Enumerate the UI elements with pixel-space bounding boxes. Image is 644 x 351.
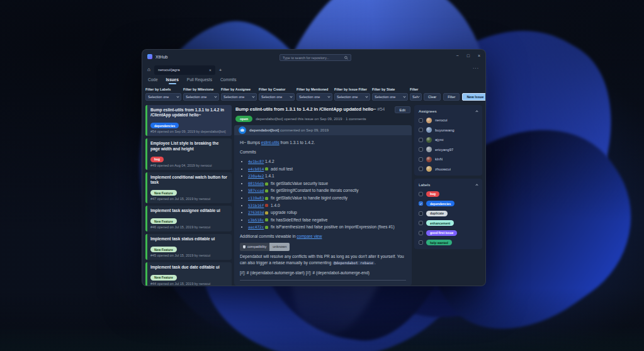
avatar — [426, 147, 432, 152]
compare-view-link[interactable]: compare view — [297, 234, 322, 238]
filter-group-label: Filter by Assignee — [221, 87, 257, 91]
commit-hash-link[interactable]: 4e1bc87 — [248, 159, 264, 164]
issue-list-item[interactable]: Implement task status editable ui New Fe… — [145, 234, 232, 260]
issue-list-item[interactable]: Implement task due date editable ui New … — [145, 262, 232, 286]
maximize-button[interactable]: □ — [467, 52, 470, 60]
commits-list: 4e1bc87 1.4.2 e4cb014 add null test 230a… — [248, 159, 406, 230]
label-checkbox[interactable] — [419, 231, 423, 235]
label-checkbox[interactable] — [419, 240, 423, 245]
nav-tab[interactable]: Commits — [220, 77, 237, 84]
chevron-down-icon — [403, 95, 405, 98]
assignee-name: ajyxc — [435, 138, 444, 142]
filter-select[interactable]: Selection one — [183, 93, 219, 101]
assignees-title: Assignees — [419, 109, 437, 113]
label-row: duplicate — [419, 211, 478, 216]
commit-message: fix isParenthesized had false positive o… — [269, 225, 394, 229]
commit-hash-link[interactable]: 587ccad — [248, 188, 264, 192]
eslint-utils-link[interactable]: eslint-utils — [261, 140, 280, 145]
commit-message: 1.4.1 — [264, 174, 274, 178]
assignee-name: nerocui — [435, 118, 448, 122]
commit-item: 08156db fix getStaticValue security issu… — [248, 181, 406, 187]
commit-hash-link[interactable]: 08156db — [248, 181, 264, 186]
label-checkbox[interactable] — [419, 201, 423, 206]
assignee-checkbox[interactable] — [419, 147, 423, 152]
issue-list-item[interactable]: Employee List style is breaking the page… — [145, 138, 232, 169]
filter-select[interactable]: Selection one — [145, 93, 181, 101]
issue-item-title: Implement task assignee editable ui — [150, 208, 228, 213]
labels-panel: Labels bug dependencies duplicate enhanc… — [414, 179, 482, 249]
filter-bar: Filter by Labels Selection one Filter by… — [142, 87, 485, 103]
commit-message: upgrade rollup — [269, 210, 297, 214]
commit-hash-link[interactable]: c3b518c — [248, 218, 264, 222]
new-issue-button[interactable]: New Issue — [462, 93, 486, 101]
assignee-checkbox[interactable] — [419, 138, 423, 142]
assignee-name: buyunwang — [435, 128, 455, 132]
issue-label-pill: New Feature — [150, 275, 177, 281]
comment-body: Hi~ Bumps eslint-utils from 1.3.1 to 1.4… — [234, 135, 412, 286]
repository-tab[interactable]: nerocui/jagra × — [154, 65, 215, 75]
home-icon[interactable]: ⌂ — [147, 67, 150, 73]
filter-select[interactable]: Selection one — [334, 93, 370, 101]
commit-hash-link[interactable]: 276303d — [248, 210, 264, 214]
filter-select-value: Selection one — [223, 95, 244, 99]
filter-select[interactable]: Selection one — [372, 93, 408, 101]
commit-hash-link[interactable]: e4cb014 — [248, 167, 264, 171]
issue-list-item[interactable]: Implement task assignee editable ui New … — [145, 206, 232, 231]
app-window: XtHub Type to search for repository... −… — [142, 49, 486, 286]
commit-emoji-icon — [265, 197, 268, 200]
nav-tab[interactable]: Pull Requests — [187, 77, 212, 84]
label-checkbox[interactable] — [419, 221, 423, 225]
commit-hash-link[interactable]: c119e83 — [248, 196, 264, 200]
issue-list-item[interactable]: Implement conditional watch button for t… — [145, 172, 232, 203]
repository-search-input[interactable]: Type to search for repository... — [280, 54, 351, 61]
apply-filter-button[interactable]: Filter — [443, 93, 460, 101]
issue-item-title: Implement conditional watch button for t… — [150, 175, 228, 186]
chevron-down-icon — [176, 95, 179, 98]
filter-select[interactable]: Selection one — [221, 93, 257, 101]
assignee-checkbox[interactable] — [419, 128, 423, 132]
close-button[interactable]: × — [478, 52, 480, 60]
commit-hash-link[interactable]: 531b16f — [248, 203, 264, 208]
filter-group: Filter by Mentioned Selection one — [297, 87, 332, 101]
edit-issue-button[interactable]: Edit — [395, 106, 410, 113]
issue-detail: Bump eslint-utils from 1.3.1 to 1.4.2 in… — [234, 105, 412, 286]
minimize-button[interactable]: − — [456, 52, 459, 60]
commit-message: fix getStaticValue to handle bigint corr… — [269, 196, 347, 200]
assignees-panel: Assignees nerocui buyunwang ajyxc ericya… — [414, 105, 482, 176]
commit-emoji-icon — [265, 218, 268, 221]
titlebar: XtHub Type to search for repository... −… — [142, 50, 485, 64]
filter-select[interactable]: Selection one — [259, 93, 295, 101]
window-controls: − □ × — [456, 52, 480, 60]
comment-header: dependabot[bot] commented on Sep 09, 201… — [234, 125, 412, 135]
content-area: Bump eslint-utils from 1.3.1 to 1.4.2 in… — [142, 103, 485, 286]
label-pill: duplicate — [426, 211, 448, 216]
assignees-header[interactable]: Assignees — [419, 109, 478, 113]
label-row: help wanted — [419, 240, 478, 245]
nav-tab[interactable]: Code — [148, 77, 158, 84]
new-tab-button[interactable]: + — [219, 67, 222, 73]
assignee-row: zhuowcui — [419, 166, 478, 172]
filter-group-label: Filter by Creator — [259, 87, 295, 91]
label-checkbox[interactable] — [419, 192, 423, 196]
commit-hash-link[interactable]: 230a4e2 — [248, 174, 264, 178]
filter-select[interactable]: Sel — [410, 93, 422, 101]
more-button[interactable]: ··· — [473, 66, 479, 70]
issue-item-meta: #44 opened on Jul 15, 2019 by nerocui — [150, 282, 228, 286]
assignee-checkbox[interactable] — [419, 167, 423, 171]
label-checkbox[interactable] — [419, 211, 423, 216]
search-icon — [344, 56, 348, 60]
rebase-paragraph: Dependabot will resolve any conflicts wi… — [240, 254, 406, 266]
issue-list-item[interactable]: Bump eslint-utils from 1.3.1 to 1.4.2 in… — [145, 105, 232, 136]
assignee-checkbox[interactable] — [419, 157, 423, 162]
filter-select[interactable]: Selection one — [297, 93, 332, 101]
tab-close-icon[interactable]: × — [209, 68, 212, 72]
labels-header[interactable]: Labels — [419, 182, 478, 187]
issue-list: Bump eslint-utils from 1.3.1 to 1.4.2 in… — [145, 105, 232, 286]
nav-tab[interactable]: Issues — [166, 77, 179, 84]
avatar — [426, 166, 432, 172]
assignee-checkbox[interactable] — [419, 118, 423, 123]
chevron-down-icon — [417, 95, 419, 98]
clear-filter-button[interactable]: Clear — [424, 93, 441, 101]
commit-hash-link[interactable]: aac472c — [248, 225, 264, 229]
chevron-down-icon — [290, 95, 292, 98]
